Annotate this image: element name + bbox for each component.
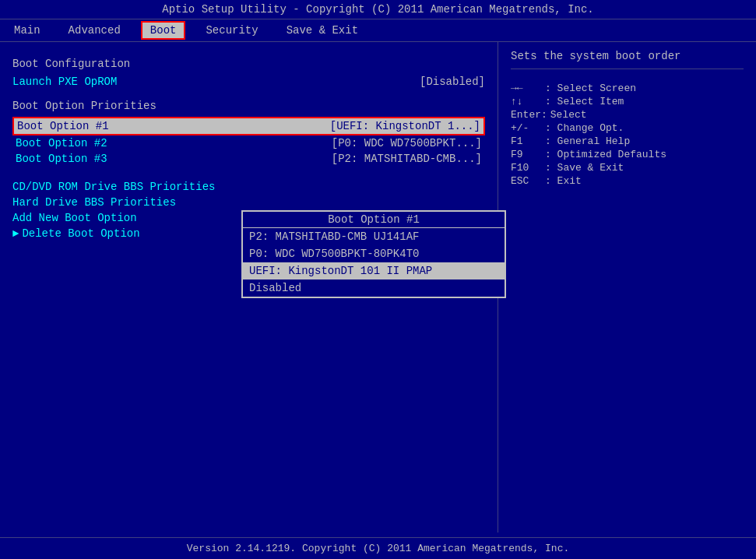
key-row-select-item: ↑↓ : Select Item bbox=[511, 95, 744, 108]
title-bar: Aptio Setup Utility - Copyright (C) 2011… bbox=[0, 0, 756, 19]
key-desc-enter: Select bbox=[550, 109, 587, 121]
dropdown-popup[interactable]: Boot Option #1 P2: MATSHITABD-CMB UJ141A… bbox=[241, 210, 506, 298]
menu-item-security[interactable]: Security bbox=[198, 23, 265, 38]
key-row-select-screen: →← : Select Screen bbox=[511, 82, 744, 95]
key-row-enter: Enter: Select bbox=[511, 108, 744, 121]
key-arrows-lr: →← bbox=[511, 83, 542, 94]
key-row-f10: F10 : Save & Exit bbox=[511, 161, 744, 174]
key-desc-esc: : Exit bbox=[545, 175, 582, 187]
boot-option-3-value: [P2: MATSHITABD-CMB...] bbox=[332, 153, 482, 165]
key-desc-change-opt: : Change Opt. bbox=[545, 122, 624, 134]
boot-option-2-value: [P0: WDC WD7500BPKT...] bbox=[332, 137, 482, 149]
boot-option-1-label: Boot Option #1 bbox=[17, 120, 109, 132]
key-desc-f9: : Optimized Defaults bbox=[545, 149, 666, 160]
launch-pxe-label: Launch PXE OpROM bbox=[12, 76, 117, 88]
boot-config-title: Boot Configuration bbox=[12, 58, 485, 70]
delete-label: Delete Boot Option bbox=[22, 227, 139, 240]
key-desc-f1: : General Help bbox=[545, 135, 630, 147]
boot-option-1-row[interactable]: Boot Option #1 [UEFI: KingstonDT 1...] bbox=[12, 117, 485, 135]
key-plus-minus: +/- bbox=[511, 122, 542, 134]
dropdown-item-2[interactable]: UEFI: KingstonDT 101 II PMAP bbox=[243, 262, 505, 280]
key-row-esc: ESC : Exit bbox=[511, 174, 744, 188]
cd-dvd-label: CD/DVD ROM Drive BBS Priorities bbox=[12, 181, 215, 193]
boot-option-2-label: Boot Option #2 bbox=[16, 137, 107, 149]
key-row-change-opt: +/- : Change Opt. bbox=[511, 121, 744, 135]
add-new-label: Add New Boot Option bbox=[12, 212, 137, 224]
key-f9: F9 bbox=[511, 149, 542, 160]
help-text: Sets the system boot order bbox=[511, 50, 744, 62]
launch-pxe-value: [Disabled] bbox=[420, 76, 485, 88]
key-f1: F1 bbox=[511, 135, 542, 147]
status-text: Version 2.14.1219. Copyright (C) 2011 Am… bbox=[187, 543, 569, 554]
menu-item-boot[interactable]: Boot bbox=[141, 21, 186, 40]
key-help-section: →← : Select Screen ↑↓ : Select Item Ente… bbox=[511, 82, 744, 188]
dropdown-title: Boot Option #1 bbox=[243, 212, 505, 228]
key-enter: Enter: bbox=[511, 109, 547, 121]
hard-drive-label: Hard Drive BBS Priorities bbox=[12, 196, 176, 209]
key-row-f9: F9 : Optimized Defaults bbox=[511, 148, 744, 161]
dropdown-item-3[interactable]: Disabled bbox=[243, 280, 505, 297]
key-f10: F10 bbox=[511, 162, 542, 174]
key-desc-select-screen: : Select Screen bbox=[545, 83, 636, 94]
dropdown-item-1[interactable]: P0: WDC WD7500BPKT-80PK4T0 bbox=[243, 245, 505, 262]
right-panel: Sets the system boot order →← : Select S… bbox=[498, 42, 756, 533]
menu-bar: Main Advanced Boot Security Save & Exit bbox=[0, 19, 756, 42]
key-desc-select-item: : Select Item bbox=[545, 96, 624, 107]
status-bar: Version 2.14.1219. Copyright (C) 2011 Am… bbox=[0, 537, 756, 559]
menu-item-save-exit[interactable]: Save & Exit bbox=[279, 23, 366, 38]
boot-option-1-value: [UEFI: KingstonDT 1...] bbox=[330, 120, 480, 132]
boot-option-3-row[interactable]: Boot Option #3 [P2: MATSHITABD-CMB...] bbox=[12, 151, 485, 167]
boot-option-2-row[interactable]: Boot Option #2 [P0: WDC WD7500BPKT...] bbox=[12, 135, 485, 151]
hard-drive-priorities-link[interactable]: Hard Drive BBS Priorities bbox=[12, 195, 485, 210]
boot-option-priorities-title: Boot Option Priorities bbox=[12, 100, 485, 112]
dropdown-item-0[interactable]: P2: MATSHITABD-CMB UJ141AF bbox=[243, 228, 505, 245]
boot-option-3-label: Boot Option #3 bbox=[16, 153, 107, 165]
key-esc: ESC bbox=[511, 175, 542, 187]
key-row-f1: F1 : General Help bbox=[511, 135, 744, 148]
key-arrows-ud: ↑↓ bbox=[511, 96, 542, 107]
title-text: Aptio Setup Utility - Copyright (C) 2011… bbox=[162, 3, 594, 16]
arrow-icon: ► bbox=[12, 227, 19, 240]
menu-item-main[interactable]: Main bbox=[6, 23, 48, 38]
divider bbox=[511, 69, 744, 69]
menu-item-advanced[interactable]: Advanced bbox=[61, 23, 128, 38]
launch-pxe-row[interactable]: Launch PXE OpROM [Disabled] bbox=[12, 75, 485, 89]
key-desc-f10: : Save & Exit bbox=[545, 162, 624, 174]
cd-dvd-priorities-link[interactable]: CD/DVD ROM Drive BBS Priorities bbox=[12, 179, 485, 195]
